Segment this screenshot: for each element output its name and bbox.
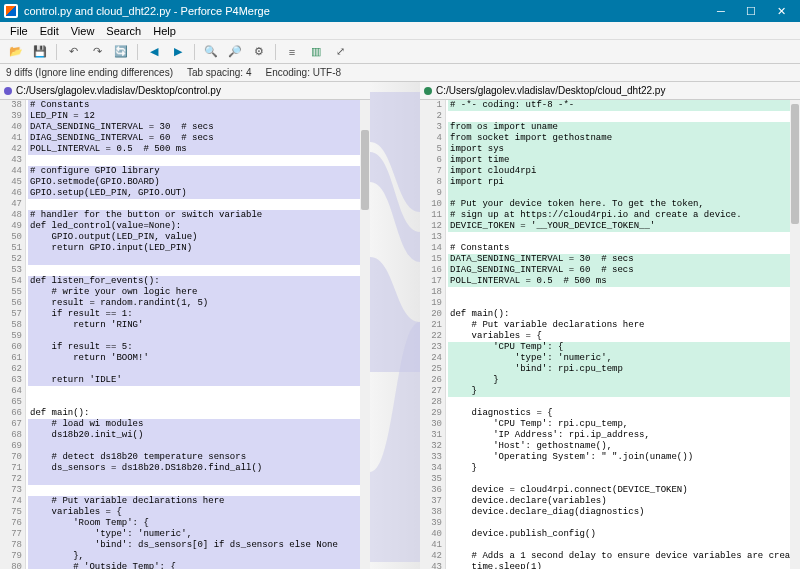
- left-pane: C:/Users/glagolev.vladislav/Desktop/cont…: [0, 82, 370, 569]
- menu-view[interactable]: View: [65, 23, 101, 39]
- separator: [56, 44, 57, 60]
- right-scrollbar[interactable]: [790, 100, 800, 569]
- toolbar: 📂 💾 ↶ ↷ 🔄 ◀ ▶ 🔍 🔎 ⚙ ≡ ▥ ⤢: [0, 40, 800, 64]
- left-file-path: C:/Users/glagolev.vladislav/Desktop/cont…: [16, 85, 221, 96]
- window-title: control.py and cloud_dht22.py - Perforce…: [24, 5, 706, 17]
- separator: [275, 44, 276, 60]
- expand-icon[interactable]: ⤢: [330, 42, 350, 62]
- app-icon: [4, 4, 18, 18]
- undo-icon[interactable]: ↶: [63, 42, 83, 62]
- diff-connector: [370, 82, 420, 569]
- right-gutter: 1234567891011121314151617181920212223242…: [420, 100, 446, 569]
- menu-file[interactable]: File: [4, 23, 34, 39]
- open-icon[interactable]: 📂: [6, 42, 26, 62]
- statusbar: 9 diffs (Ignore line ending differences)…: [0, 64, 800, 82]
- next-diff-icon[interactable]: ▶: [168, 42, 188, 62]
- diff-panes: C:/Users/glagolev.vladislav/Desktop/cont…: [0, 82, 800, 569]
- encoding: Encoding: UTF-8: [265, 67, 341, 78]
- right-code-area[interactable]: 1234567891011121314151617181920212223242…: [420, 100, 800, 569]
- right-lines: # -*- coding: utf-8 -*-from os import un…: [448, 100, 800, 569]
- menu-help[interactable]: Help: [147, 23, 182, 39]
- minimize-button[interactable]: ─: [706, 0, 736, 22]
- close-button[interactable]: ✕: [766, 0, 796, 22]
- left-scrollbar[interactable]: [360, 100, 370, 569]
- separator: [137, 44, 138, 60]
- redo-icon[interactable]: ↷: [87, 42, 107, 62]
- right-pane-header: C:/Users/glagolev.vladislav/Desktop/clou…: [420, 82, 800, 100]
- refresh-icon[interactable]: 🔄: [111, 42, 131, 62]
- diff-count: 9 diffs (Ignore line ending differences): [6, 67, 173, 78]
- right-pane: C:/Users/glagolev.vladislav/Desktop/clou…: [420, 82, 800, 569]
- prev-diff-icon[interactable]: ◀: [144, 42, 164, 62]
- left-dot-icon: [4, 87, 12, 95]
- separator: [194, 44, 195, 60]
- split-view-icon[interactable]: ▥: [306, 42, 326, 62]
- left-lines: # ConstantsLED_PIN = 12DATA_SENDING_INTE…: [28, 100, 370, 569]
- menubar: File Edit View Search Help: [0, 22, 800, 40]
- right-file-path: C:/Users/glagolev.vladislav/Desktop/clou…: [436, 85, 665, 96]
- find-icon[interactable]: 🔍: [201, 42, 221, 62]
- replace-icon[interactable]: 🔎: [225, 42, 245, 62]
- left-code-area[interactable]: 3839404142434445464748495051525354555657…: [0, 100, 370, 569]
- tab-spacing: Tab spacing: 4: [187, 67, 252, 78]
- list-view-icon[interactable]: ≡: [282, 42, 302, 62]
- save-icon[interactable]: 💾: [30, 42, 50, 62]
- left-pane-header: C:/Users/glagolev.vladislav/Desktop/cont…: [0, 82, 370, 100]
- maximize-button[interactable]: ☐: [736, 0, 766, 22]
- right-dot-icon: [424, 87, 432, 95]
- titlebar: control.py and cloud_dht22.py - Perforce…: [0, 0, 800, 22]
- menu-edit[interactable]: Edit: [34, 23, 65, 39]
- menu-search[interactable]: Search: [100, 23, 147, 39]
- left-gutter: 3839404142434445464748495051525354555657…: [0, 100, 26, 569]
- settings-icon[interactable]: ⚙: [249, 42, 269, 62]
